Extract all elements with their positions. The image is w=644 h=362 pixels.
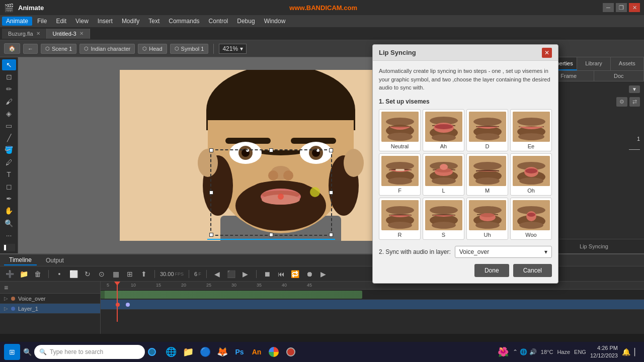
export-btn[interactable]: ⬆ <box>138 268 149 280</box>
notification-icon[interactable]: 🔔 <box>622 348 630 356</box>
menu-insert[interactable]: Insert <box>94 17 117 26</box>
paint-bucket[interactable]: 🪣 <box>2 144 16 155</box>
tween-btn[interactable]: ⬜ <box>68 268 79 280</box>
show-desktop-icon[interactable]: ▏ <box>634 348 640 356</box>
onion-outlines-btn[interactable]: ▦ <box>110 268 121 280</box>
next-frame-btn[interactable]: ▶ <box>240 268 251 280</box>
timeline-tab[interactable]: Timeline <box>4 255 37 265</box>
playhead[interactable] <box>117 282 118 322</box>
taskbar-app-photoshop[interactable]: Ps <box>231 344 248 360</box>
eyedropper-tool[interactable]: ✒ <box>2 193 16 204</box>
viseme-f[interactable]: F <box>379 153 421 196</box>
menu-text[interactable]: Text <box>144 17 164 26</box>
search-bar[interactable]: 🔍 Type here to search <box>34 345 145 359</box>
prev-frame-btn[interactable]: ◀ <box>212 268 223 280</box>
close-untitled3-tab[interactable]: ✕ <box>79 31 84 36</box>
tweener-btn2[interactable]: ⇄ <box>629 97 640 107</box>
viseme-l[interactable]: L <box>423 153 464 196</box>
pencil-tool[interactable]: ✏ <box>2 83 16 95</box>
viseme-m[interactable]: M <box>466 153 508 196</box>
audio-icon[interactable]: 🔊 <box>529 348 537 355</box>
viseme-r[interactable]: R <box>379 198 421 240</box>
menu-window[interactable]: Window <box>260 17 290 26</box>
timeline-frames[interactable]: 5 10 15 20 25 30 35 40 45 <box>101 282 644 334</box>
layer-layer1[interactable]: ▷ Layer_1 <box>0 304 100 314</box>
home-button[interactable]: 🏠 <box>4 43 20 54</box>
ink-bottle[interactable]: 🖊 <box>2 157 16 168</box>
menu-edit[interactable]: Edit <box>52 17 70 26</box>
delete-layer-btn[interactable]: 🗑 <box>32 268 43 280</box>
tab-assets[interactable]: Assets <box>611 57 644 70</box>
output-tab[interactable]: Output <box>41 256 69 265</box>
taskbar-app-firefox[interactable]: 🦊 <box>214 344 230 360</box>
lip-syncing-panel-btn[interactable]: Lip Syncing <box>544 239 644 253</box>
onion-skin-btn[interactable]: ⊙ <box>96 268 107 280</box>
fill-tool[interactable]: ◈ <box>2 108 16 119</box>
voice-over-track[interactable] <box>101 290 644 300</box>
stop-btn[interactable]: ⏹ <box>262 268 273 280</box>
sub-tab-doc[interactable]: Doc <box>594 71 645 81</box>
taskbar-app-animate[interactable]: An <box>249 344 265 360</box>
audio-layer-dropdown[interactable]: Voice_over ▾ <box>455 246 552 258</box>
taskbar-app-chromium[interactable]: 🌐 <box>163 344 179 360</box>
eraser-tool[interactable]: ◻ <box>2 181 16 192</box>
minimize-button[interactable]: ─ <box>603 3 614 12</box>
layer-voice-over[interactable]: ▷ Voice_over <box>0 294 100 304</box>
symbol1-selector[interactable]: ⬡ Indian character <box>79 44 135 54</box>
viseme-uh[interactable]: Uh <box>466 198 508 240</box>
symbol3-selector[interactable]: ⬡ Symbol 1 <box>170 44 209 54</box>
network-icon[interactable]: 🌐 <box>520 348 527 355</box>
brush-tool[interactable]: 🖌 <box>2 96 16 107</box>
zoom-display[interactable]: 421% ▾ <box>219 44 247 54</box>
layer1-track[interactable] <box>101 300 644 310</box>
menu-control[interactable]: Control <box>205 17 232 26</box>
line-tool[interactable]: ╱ <box>2 132 16 143</box>
chevron-icon[interactable]: ⌃ <box>513 348 518 355</box>
viseme-d[interactable]: D <box>466 109 508 151</box>
more-tools[interactable]: ··· <box>2 230 16 241</box>
selection-tool[interactable]: ↖ <box>2 59 16 70</box>
close-buzurg-tab[interactable]: ✕ <box>36 31 40 36</box>
taskbar-app-chrome[interactable]: 🔵 <box>197 344 213 360</box>
record-btn[interactable]: ⏺ <box>304 268 315 280</box>
viseme-neutral[interactable]: Neutral <box>379 109 421 151</box>
subselection-tool[interactable]: ⊡ <box>2 71 16 82</box>
viseme-woo[interactable]: Woo <box>510 198 552 240</box>
search-button[interactable]: 🔍 <box>22 344 32 360</box>
dialog-close-button[interactable]: ✕ <box>542 48 552 58</box>
scene-selector[interactable]: ⬡ Scene 1 <box>41 44 76 54</box>
menu-commands[interactable]: Commands <box>165 17 203 26</box>
menu-animate[interactable]: Animate <box>2 17 32 26</box>
cancel-button[interactable]: Cancel <box>513 264 552 277</box>
text-tool[interactable]: T <box>2 169 16 180</box>
layer-options[interactable]: ≡ <box>4 284 8 292</box>
tweener-btn1[interactable]: ⚙ <box>616 97 627 107</box>
viseme-ah[interactable]: Ah <box>423 109 464 151</box>
hand-tool[interactable]: ✋ <box>2 205 16 216</box>
taskbar-app-recording[interactable] <box>283 344 299 360</box>
loop-btn[interactable]: ⬛ <box>226 268 237 280</box>
menu-file[interactable]: File <box>33 17 51 26</box>
loop-toggle[interactable]: 🔁 <box>290 268 301 280</box>
zoom-tool[interactable]: 🔍 <box>2 217 16 228</box>
done-button[interactable]: Done <box>474 264 509 277</box>
rewind-btn[interactable]: ⏮ <box>276 268 287 280</box>
tab-untitled3[interactable]: Untitled-3 ✕ <box>47 29 90 39</box>
play-btn[interactable]: ▶ <box>318 268 329 280</box>
menu-view[interactable]: View <box>71 17 93 26</box>
viseme-ee[interactable]: Ee <box>510 109 552 151</box>
menu-debug[interactable]: Debug <box>233 17 259 26</box>
add-folder-btn[interactable]: 📁 <box>18 268 29 280</box>
motion-path-btn[interactable]: ↻ <box>82 268 93 280</box>
edit-mult-btn[interactable]: ⊞ <box>124 268 135 280</box>
close-button[interactable]: ✕ <box>629 3 640 12</box>
tab-library[interactable]: Library <box>577 57 610 70</box>
symbol2-selector[interactable]: ⬡ Head <box>138 44 167 54</box>
lock-all-btn[interactable]: • <box>54 268 65 280</box>
tab-buzurg[interactable]: Buzurg.fla ✕ <box>2 29 47 39</box>
viseme-oh[interactable]: Oh <box>510 153 552 196</box>
taskbar-app-explorer[interactable]: 📁 <box>180 344 196 360</box>
back-button[interactable]: ← <box>23 44 38 54</box>
menu-modify[interactable]: Modify <box>118 17 143 26</box>
start-button[interactable]: ⊞ <box>4 344 20 360</box>
